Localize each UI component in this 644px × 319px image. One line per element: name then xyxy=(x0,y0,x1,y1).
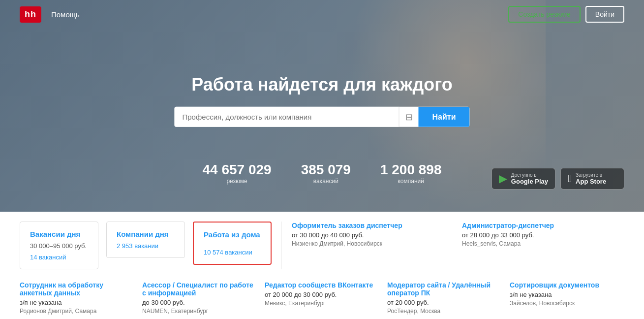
search-input[interactable] xyxy=(175,107,399,127)
bottom-job-col-3: Редактор сообществ ВКонтакте от 20 000 д… xyxy=(265,281,379,315)
bottom-job-salary-4: от 20 000 руб. xyxy=(387,299,502,306)
divider xyxy=(281,222,282,269)
stat-companies-number: 1 200 898 xyxy=(380,162,442,178)
bottom-job-salary-5: з/п не указана xyxy=(510,291,624,298)
search-filter-button[interactable]: ⊟ xyxy=(399,107,419,127)
google-play-sub: Доступно в xyxy=(511,172,548,178)
stat-vacancies-label: вакансий xyxy=(301,178,351,185)
jobs-bottom-row: Сотрудник на обработку анкетных данных з… xyxy=(20,281,624,315)
search-submit-button[interactable]: Найти xyxy=(419,107,470,127)
cards-row: Вакансии дня 30 000–95 000 руб. 14 вакан… xyxy=(20,222,624,269)
logo: hh xyxy=(20,6,41,23)
bottom-job-col-2: Асессор / Специалист по работе с информа… xyxy=(142,281,257,315)
vacancies-of-day-count: 14 вакансий xyxy=(30,254,88,261)
bottom-job-salary-1: з/п не указана xyxy=(20,299,134,306)
bottom-job-company-1: Родионов Дмитрий, Самара xyxy=(20,308,134,315)
bottom-job-title-2[interactable]: Асессор / Специалист по работе с информа… xyxy=(142,281,257,297)
stats-row: 44 657 029 резюме 385 079 вакансий 1 200… xyxy=(203,162,442,185)
job-listing-2: Администратор-диспетчер от 28 000 до 33 … xyxy=(462,222,624,247)
hero-section: hh Помощь Создать резюме Войти Работа на… xyxy=(0,0,644,212)
app-buttons: ▶ Доступно в Google Play  Загрузите в A… xyxy=(491,168,624,190)
apple-icon:  xyxy=(568,172,572,185)
work-from-home-card[interactable]: Работа из дома 10 574 вакансии xyxy=(193,222,272,265)
bottom-job-title-1[interactable]: Сотрудник на обработку анкетных данных xyxy=(20,281,134,297)
create-resume-button[interactable]: Создать резюме xyxy=(508,6,581,23)
stat-companies-label: компаний xyxy=(380,178,442,185)
vacancies-of-day-title: Вакансии дня xyxy=(30,230,88,238)
bottom-job-col-5: Сортировщик документов з/п не указана За… xyxy=(510,281,624,315)
work-from-home-title: Работа из дома xyxy=(204,230,261,239)
nav-right: Создать резюме Войти xyxy=(508,6,624,23)
bottom-job-company-4: РосТендер, Москва xyxy=(387,308,502,315)
job-salary-2: от 28 000 до 33 000 руб. xyxy=(462,231,624,239)
google-play-button[interactable]: ▶ Доступно в Google Play xyxy=(491,168,555,190)
stat-vacancies: 385 079 вакансий xyxy=(301,162,351,185)
app-store-button[interactable]:  Загрузите в App Store xyxy=(560,168,624,190)
bottom-job-col-4: Модератор сайта / Удалённый оператор ПК … xyxy=(387,281,502,315)
app-store-name: App Store xyxy=(576,178,606,185)
job-listing-1: Оформитель заказов диспетчер от 30 000 д… xyxy=(292,222,454,247)
bottom-job-company-3: Мевикс, Екатеринбург xyxy=(265,300,379,307)
bottom-job-company-5: Зайселов, Новосибирск xyxy=(510,300,624,307)
work-from-home-count: 10 574 вакансии xyxy=(204,249,261,256)
login-button[interactable]: Войти xyxy=(585,6,624,23)
job-salary-1: от 30 000 до 40 000 руб. xyxy=(292,231,454,239)
companies-of-day-card[interactable]: Компании дня 2 953 вакании xyxy=(106,222,185,258)
job-title-1[interactable]: Оформитель заказов диспетчер xyxy=(292,222,454,229)
search-bar: ⊟ Найти xyxy=(175,107,470,127)
hero-title: Работа найдется для каждого xyxy=(0,74,644,95)
stat-resumes-label: резюме xyxy=(203,178,272,185)
job-company-1: Низиенко Дмитрий, Новосибирск xyxy=(292,240,454,247)
google-play-icon: ▶ xyxy=(499,172,507,185)
bottom-job-company-2: NAUMEN, Екатеринбург xyxy=(142,308,257,315)
bottom-job-title-5[interactable]: Сортировщик документов xyxy=(510,281,624,289)
google-play-name: Google Play xyxy=(511,178,548,185)
bottom-job-salary-2: до 30 000 руб. xyxy=(142,299,257,306)
companies-of-day-title: Компании дня xyxy=(117,230,175,238)
bottom-job-title-4[interactable]: Модератор сайта / Удалённый оператор ПК xyxy=(387,281,502,297)
stat-resumes: 44 657 029 резюме xyxy=(203,162,272,185)
stat-resumes-number: 44 657 029 xyxy=(203,162,272,178)
filter-icon: ⊟ xyxy=(405,112,413,122)
vacancies-of-day-salary: 30 000–95 000 руб. xyxy=(30,242,88,250)
help-link[interactable]: Помощь xyxy=(51,10,80,19)
stat-companies: 1 200 898 компаний xyxy=(380,162,442,185)
app-store-sub: Загрузите в xyxy=(576,172,606,178)
job-title-2[interactable]: Администратор-диспетчер xyxy=(462,222,624,229)
cards-section: Вакансии дня 30 000–95 000 руб. 14 вакан… xyxy=(0,212,644,319)
bottom-job-salary-3: от 20 000 до 30 000 руб. xyxy=(265,291,379,298)
hero-content: Работа найдется для каждого ⊟ Найти xyxy=(0,74,644,127)
companies-of-day-count: 2 953 вакании xyxy=(117,242,175,250)
bottom-job-col-1: Сотрудник на обработку анкетных данных з… xyxy=(20,281,134,315)
stat-vacancies-number: 385 079 xyxy=(301,162,351,178)
job-company-2: Heels_servis, Самара xyxy=(462,240,624,247)
vacancies-of-day-card[interactable]: Вакансии дня 30 000–95 000 руб. 14 вакан… xyxy=(20,222,98,269)
bottom-job-title-3[interactable]: Редактор сообществ ВКонтакте xyxy=(265,281,379,289)
navbar: hh Помощь Создать резюме Войти xyxy=(0,0,644,29)
